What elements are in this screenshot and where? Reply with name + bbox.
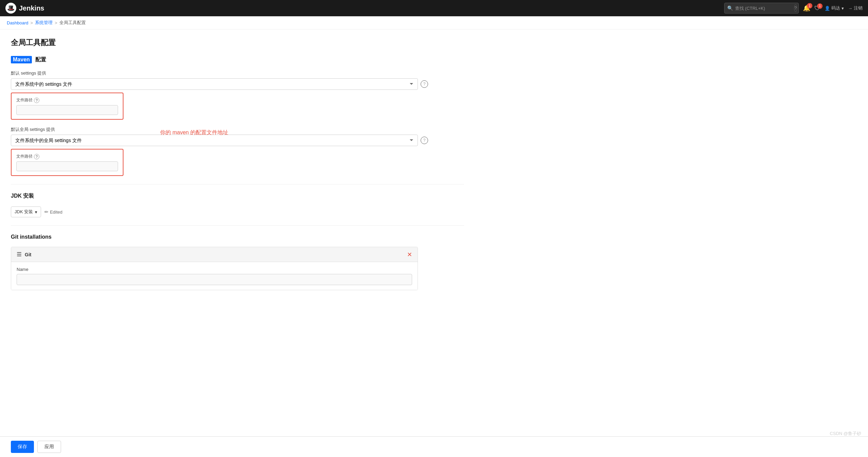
search-help-icon[interactable]: ? (794, 4, 797, 12)
global-file-path-help-icon[interactable]: ? (34, 154, 39, 159)
git-name-label: Name (17, 267, 412, 272)
section-divider-1 (11, 184, 464, 184)
git-card-body: Name (11, 262, 418, 290)
jenkins-title: Jenkins (19, 4, 44, 12)
git-card-name: Git (25, 252, 31, 257)
default-file-path-box: 文件路径 ? /usr/share/maven/conf/settings.xm… (11, 93, 123, 120)
maven-section: Maven 配置 默认 settings 提供 文件系统中的 settings … (11, 56, 464, 176)
git-close-button[interactable]: ✕ (407, 252, 412, 258)
user-label: 码达 (831, 5, 840, 11)
maven-title-part1: Maven (11, 56, 32, 63)
global-settings-row: 文件系统中的全局 settings 文件 ? (11, 135, 464, 146)
default-file-path-label: 文件路径 ? (16, 97, 118, 103)
default-settings-row: 文件系统中的 settings 文件 ? (11, 78, 464, 90)
breadcrumb-current: 全局工具配置 (59, 20, 86, 26)
header: 🎩 Jenkins 🔍 ? 🔔 1 🛡 1 👤 码达 ▾ → 注销 (0, 0, 868, 16)
jdk-section: JDK 安装 JDK 安装 ▾ ✏ Edited (11, 193, 464, 217)
git-card-title: ☰ Git (17, 251, 31, 258)
default-settings-group: 默认 settings 提供 文件系统中的 settings 文件 ? 文件路径… (11, 70, 464, 120)
git-name-input[interactable] (17, 274, 412, 285)
default-settings-select[interactable]: 文件系统中的 settings 文件 (11, 78, 418, 90)
jenkins-logo[interactable]: 🎩 Jenkins (5, 3, 44, 14)
shield-button[interactable]: 🛡 1 (814, 5, 821, 12)
global-settings-label: 默认全局 settings 提供 (11, 126, 464, 133)
edit-icon: ✏ (44, 209, 49, 215)
jenkins-icon: 🎩 (5, 3, 16, 14)
search-input[interactable] (735, 6, 792, 11)
default-settings-label: 默认 settings 提供 (11, 70, 464, 76)
global-settings-select[interactable]: 文件系统中的全局 settings 文件 (11, 135, 418, 146)
global-file-path-box: 文件路径 ? /usr/share/maven/conf/settings.xm… (11, 149, 123, 176)
logout-button[interactable]: → 注销 (848, 5, 863, 11)
logout-label: 注销 (854, 5, 863, 11)
shield-badge: 1 (817, 3, 823, 9)
default-file-path-input[interactable]: /usr/share/maven/conf/settings.xml (16, 105, 118, 115)
main-content: 全局工具配置 Maven 配置 默认 settings 提供 文件系统中的 se… (0, 29, 475, 325)
global-settings-help[interactable]: ? (421, 137, 428, 144)
header-icons: 🔔 1 🛡 1 👤 码达 ▾ → 注销 (803, 4, 863, 12)
page-title: 全局工具配置 (11, 38, 464, 48)
user-menu[interactable]: 👤 码达 ▾ (825, 5, 844, 11)
file-path-help-icon[interactable]: ? (34, 98, 39, 103)
breadcrumb: Dashboard > 系统管理 > 全局工具配置 (0, 16, 868, 29)
global-file-path-input[interactable]: /usr/share/maven/conf/settings.xml (16, 161, 118, 171)
git-section-title: Git installations (11, 234, 464, 241)
jdk-chevron-icon: ▾ (35, 210, 37, 215)
edited-text: Edited (50, 210, 62, 215)
global-file-path-label: 文件路径 ? (16, 154, 118, 159)
breadcrumb-sep-1: > (31, 20, 33, 25)
search-icon: 🔍 (727, 5, 733, 11)
jdk-dropdown-label: JDK 安装 (15, 209, 33, 215)
git-section: Git installations ☰ Git ✕ Name (11, 234, 464, 290)
jdk-dropdown-button[interactable]: JDK 安装 ▾ (11, 206, 41, 217)
git-card-header: ☰ Git ✕ (11, 247, 418, 262)
jdk-section-title: JDK 安装 (11, 193, 464, 201)
global-settings-group: 默认全局 settings 提供 文件系统中的全局 settings 文件 ? … (11, 126, 464, 176)
drag-handle-icon[interactable]: ☰ (17, 251, 21, 258)
default-settings-help[interactable]: ? (421, 80, 428, 88)
section-divider-2 (11, 225, 464, 226)
notification-button[interactable]: 🔔 1 (803, 4, 810, 12)
git-card: ☰ Git ✕ Name (11, 247, 418, 290)
maven-title-part2: 配置 (35, 57, 46, 62)
logout-icon: → (848, 6, 852, 11)
edited-label: ✏ Edited (44, 209, 62, 215)
notification-badge: 1 (807, 3, 812, 8)
breadcrumb-sep-2: > (55, 20, 57, 25)
maven-section-title: Maven 配置 (11, 56, 464, 65)
breadcrumb-system-admin[interactable]: 系统管理 (35, 20, 53, 26)
search-bar[interactable]: 🔍 ? (724, 3, 799, 14)
breadcrumb-dashboard[interactable]: Dashboard (7, 20, 28, 25)
user-avatar-icon: 👤 (825, 6, 830, 11)
user-chevron-icon: ▾ (842, 6, 844, 11)
jdk-dropdown-row: JDK 安装 ▾ ✏ Edited (11, 206, 464, 217)
